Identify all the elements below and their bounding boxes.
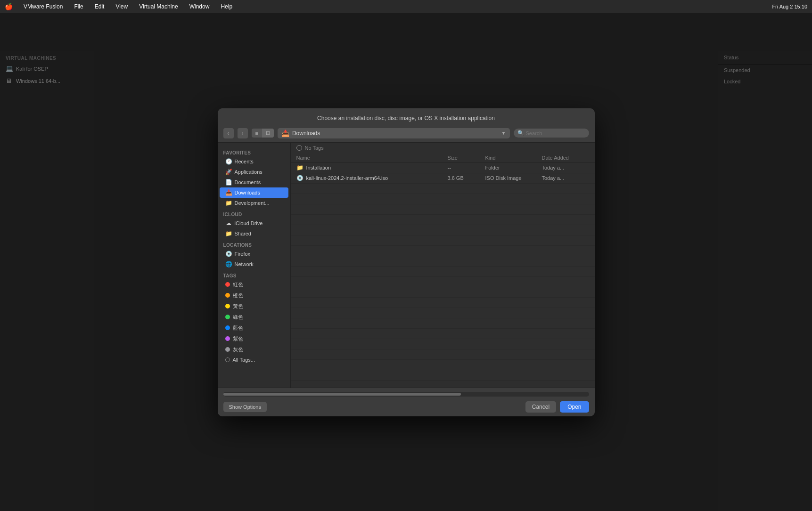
view-btn-group: ≡ ⊞: [252, 129, 274, 138]
sidebar-item-tag-blue[interactable]: 藍色: [220, 323, 288, 333]
file-row-installation[interactable]: 📁 Installation -- Folder Today a...: [291, 163, 595, 173]
icloud-section-header: iCloud: [218, 208, 290, 218]
scrollbar-area[interactable]: [223, 392, 589, 397]
sidebar-item-downloads[interactable]: 📥 Downloads: [220, 187, 288, 198]
development-icon: 📁: [225, 200, 232, 206]
sidebar-item-tag-red[interactable]: 紅色: [220, 279, 288, 290]
sidebar-item-recents-label: Recents: [235, 159, 254, 164]
no-tags-label: No Tags: [305, 145, 324, 151]
sidebar-item-tag-gray[interactable]: 灰色: [220, 344, 288, 355]
tag-green-dot: [225, 315, 230, 319]
sidebar-item-tag-yellow[interactable]: 黃色: [220, 301, 288, 312]
show-options-button[interactable]: Show Options: [223, 402, 267, 412]
search-box[interactable]: 🔍: [514, 129, 589, 138]
installation-date: Today a...: [542, 165, 589, 170]
menu-file[interactable]: File: [72, 2, 85, 11]
tag-gray-label: 灰色: [233, 346, 243, 353]
sidebar-item-development[interactable]: 📁 Development...: [220, 198, 288, 208]
sidebar-item-tag-purple[interactable]: 紫色: [220, 333, 288, 344]
dialog-title: Choose an installation disc, disc image,…: [317, 115, 495, 122]
location-folder-icon: 📥: [281, 130, 289, 137]
nav-forward-button[interactable]: ›: [238, 128, 248, 138]
tag-purple-dot: [225, 336, 230, 341]
shared-icon: 📁: [225, 230, 232, 237]
menu-view[interactable]: View: [113, 2, 130, 11]
kali-iso-icon: 💿: [296, 175, 303, 181]
tag-orange-dot: [225, 293, 230, 298]
kali-iso-size: 3.6 GB: [448, 175, 485, 181]
empty-row-17: [291, 349, 595, 360]
sidebar-item-tag-green[interactable]: 綠色: [220, 312, 288, 323]
downloads-icon: 📥: [225, 189, 232, 196]
no-tags-radio[interactable]: [296, 145, 302, 151]
view-grid-button[interactable]: ⊞: [262, 129, 274, 138]
empty-row-9: [291, 267, 595, 277]
col-date-header[interactable]: Date Added: [542, 155, 589, 161]
menubar: 🍎 VMware Fusion File Edit View Virtual M…: [0, 0, 812, 13]
open-button[interactable]: Open: [560, 401, 589, 413]
sidebar-item-applications[interactable]: 🚀 Applications: [220, 167, 288, 177]
installation-name: Installation: [306, 165, 331, 170]
col-name-header[interactable]: Name: [296, 155, 448, 161]
empty-row-10: [291, 277, 595, 287]
location-arrow-icon: ▼: [501, 130, 506, 136]
tag-blue-label: 藍色: [233, 324, 243, 332]
network-icon: 🌐: [225, 261, 232, 268]
sidebar-item-shared-label: Shared: [235, 231, 251, 236]
no-tags-row: No Tags: [291, 143, 595, 153]
sidebar-item-icloud-drive[interactable]: ☁ iCloud Drive: [220, 218, 288, 228]
sidebar-item-downloads-label: Downloads: [235, 190, 260, 195]
dialog-sidebar: Favorites 🕐 Recents 🚀 Applications 📄 Doc…: [218, 143, 291, 388]
dialog-buttons: Show Options Cancel Open: [223, 401, 589, 413]
documents-icon: 📄: [225, 179, 232, 186]
file-rows: 📁 Installation -- Folder Today a... 💿 ka…: [291, 163, 595, 388]
installation-folder-icon: 📁: [296, 164, 303, 171]
empty-row-18: [291, 360, 595, 370]
menu-virtualmachine[interactable]: Virtual Machine: [137, 2, 180, 11]
empty-row-2: [291, 194, 595, 204]
file-list-header: Name Size Kind Date Added: [291, 153, 595, 163]
menubar-clock: Fri Aug 2 15:10: [772, 4, 807, 9]
empty-row-11: [291, 287, 595, 298]
sidebar-item-documents[interactable]: 📄 Documents: [220, 177, 288, 187]
empty-row-4: [291, 215, 595, 225]
tag-all-label: All Tags...: [233, 357, 255, 363]
sidebar-item-documents-label: Documents: [235, 179, 261, 185]
sidebar-item-tag-orange[interactable]: 橙色: [220, 290, 288, 301]
menu-vmwarefusion[interactable]: VMware Fusion: [21, 2, 65, 11]
file-row-kali-iso[interactable]: 💿 kali-linux-2024.2-installer-arm64.iso …: [291, 173, 595, 184]
sidebar-item-firefox[interactable]: 💿 Firefox: [220, 249, 288, 259]
tag-yellow-label: 黃色: [233, 303, 243, 310]
col-size-header[interactable]: Size: [448, 155, 485, 161]
empty-row-13: [291, 308, 595, 318]
empty-row-6: [291, 235, 595, 246]
sidebar-item-applications-label: Applications: [235, 169, 262, 175]
menu-help[interactable]: Help: [218, 2, 235, 11]
col-kind-header[interactable]: Kind: [485, 155, 542, 161]
cancel-button[interactable]: Cancel: [525, 401, 556, 413]
sidebar-item-tag-all[interactable]: All Tags...: [220, 355, 288, 365]
menu-window[interactable]: Window: [187, 2, 212, 11]
kali-iso-name: kali-linux-2024.2-installer-arm64.iso: [306, 175, 388, 181]
view-list-button[interactable]: ≡: [252, 129, 262, 138]
tag-all-dot: [225, 357, 230, 362]
location-dropdown[interactable]: 📥 Downloads ▼: [278, 128, 510, 138]
location-text: Downloads: [292, 130, 499, 137]
search-input[interactable]: [526, 130, 573, 136]
sidebar-item-development-label: Development...: [235, 200, 270, 206]
empty-row-7: [291, 246, 595, 256]
sidebar-item-shared[interactable]: 📁 Shared: [220, 228, 288, 239]
firefox-icon: 💿: [225, 251, 232, 257]
sidebar-item-network-label: Network: [235, 261, 254, 267]
menu-edit[interactable]: Edit: [92, 2, 107, 11]
dialog-footer: Show Options Cancel Open: [218, 388, 595, 416]
sidebar-item-network[interactable]: 🌐 Network: [220, 259, 288, 269]
empty-row-12: [291, 298, 595, 308]
kali-iso-kind: ISO Disk Image: [485, 175, 542, 181]
nav-back-button[interactable]: ‹: [223, 128, 234, 138]
tag-purple-label: 紫色: [233, 335, 243, 342]
apple-menu[interactable]: 🍎: [5, 3, 13, 10]
tag-orange-label: 橙色: [233, 292, 243, 299]
tag-gray-dot: [225, 347, 230, 352]
sidebar-item-recents[interactable]: 🕐 Recents: [220, 156, 288, 167]
